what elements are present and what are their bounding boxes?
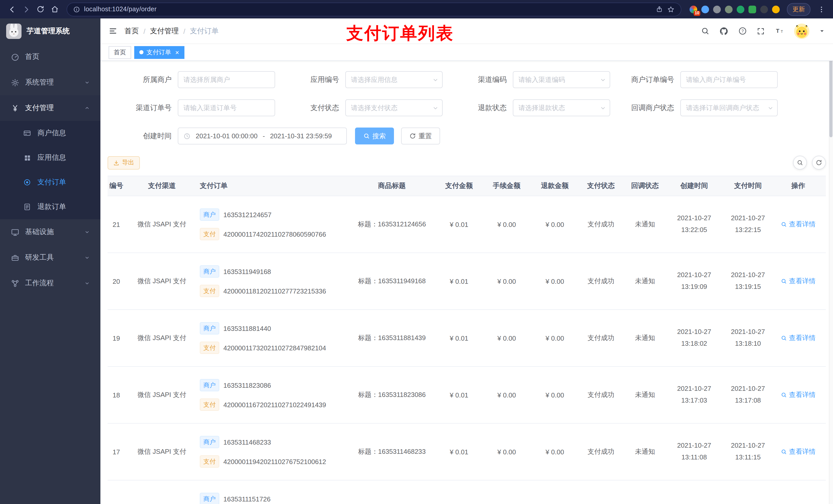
sidebar: 芋道管理系统 首页 系统管理 支付管理 [0,19,100,504]
merchant-order-line: 商户 1635311151726 [200,493,270,504]
cell-id: 17 [108,424,129,480]
browser-menu-icon[interactable] [814,3,828,16]
scrollbar[interactable] [829,19,833,504]
sidebar-item-label: 支付管理 [25,103,54,113]
tab-home[interactable]: 首页 [109,46,131,58]
merchant-input[interactable] [178,71,275,88]
reset-button-label: 重置 [419,131,432,141]
extension-icon-2[interactable] [701,5,709,13]
view-detail-link[interactable]: 查看详情 [781,333,815,343]
sidebar-item-dev-tools[interactable]: 研发工具 [0,245,100,270]
github-icon[interactable] [719,26,729,35]
bookmark-star-icon[interactable] [667,5,675,13]
cell-pay-order: 商户 1635311468233 支付 42000011942021102767… [195,424,348,480]
extension-icon-1[interactable]: 10 [690,5,697,13]
merchant-order-line: 商户 1635312124657 [200,209,271,221]
view-detail-link[interactable]: 查看详情 [781,277,815,286]
share-icon[interactable] [656,6,663,13]
toolbox-icon [10,253,20,262]
merchant-tag: 商户 [200,493,219,504]
merchant-order-no-input[interactable] [680,71,778,88]
view-detail-label: 查看详情 [789,333,815,343]
sidebar-item-label: 系统管理 [25,78,54,87]
pay-tag: 支付 [200,342,219,354]
forward-icon[interactable] [20,3,33,16]
extension-icon-3[interactable] [713,5,721,13]
sidebar-item-merchant-info[interactable]: 商户信息 [0,121,100,145]
cell-pay-channel: 微信 JSAPI 支付 [129,253,195,309]
merchant-order-line: 商户 1635311468233 [200,436,271,448]
breadcrumb-separator: / [184,27,186,35]
extension-icon-8[interactable] [772,5,780,13]
col-pay-channel: 支付渠道 [129,176,195,196]
home-icon[interactable] [48,3,62,16]
caret-down-icon[interactable] [819,28,825,34]
cell-pay-channel: 微信 JSAPI 支付 [129,310,195,366]
reload-icon[interactable] [34,3,47,16]
cell-title: 标题：1635311468233 [348,424,435,480]
address-bar[interactable]: localhost:1024/pay/order [67,2,681,16]
channel-order-no-input[interactable] [178,99,275,116]
view-detail-link[interactable]: 查看详情 [781,390,815,400]
pay-order-line: 支付 4200001167202110271022491439 [200,399,326,411]
cell-notify-status: 未通知 [623,367,667,423]
user-avatar[interactable] [794,23,809,39]
extension-icon-7[interactable] [760,5,768,13]
sidebar-item-label: 工作流程 [25,279,54,288]
sidebar-item-home[interactable]: 首页 [0,44,100,70]
logo[interactable]: 芋道管理系统 [0,19,100,44]
site-info-icon[interactable] [73,6,80,13]
help-icon[interactable]: ? [738,27,747,35]
fullscreen-icon[interactable] [757,27,765,35]
refresh-table-button[interactable] [812,156,826,170]
search-icon[interactable] [701,27,710,35]
channel-pay-no: 4200001194202110276752100612 [223,458,326,465]
cell-pay-channel: 微信 JSAPI 支付 [129,367,195,423]
view-detail-label: 查看详情 [789,390,815,400]
sidebar-item-label: 商户信息 [38,128,66,138]
extension-icon-4[interactable] [725,5,733,13]
export-button[interactable]: 导出 [108,156,140,169]
filter-label: 退款状态 [443,103,513,113]
orders-table: 编号 支付渠道 支付订单 商品标题 支付金额 手续金额 退款金额 支付状态 回调… [108,176,826,504]
breadcrumb-home[interactable]: 首页 [124,26,139,35]
sidebar-item-system[interactable]: 系统管理 [0,70,100,95]
sidebar-item-payment[interactable]: 支付管理 [0,95,100,121]
reset-button[interactable]: 重置 [401,127,440,144]
extension-icon-6[interactable] [748,5,756,13]
pay-order-line: 支付 4200001181202110277723215336 [200,285,326,297]
pay-order-line: 支付 4200001173202110272847982104 [200,342,326,354]
credit-card-icon [23,128,32,138]
chevron-down-icon [84,255,90,261]
breadcrumb-payment[interactable]: 支付管理 [150,26,179,35]
app-no-select[interactable] [345,71,443,88]
date-range-picker[interactable]: 2021-10-01 00:00:00 - 2021-10-31 23:59:5… [178,127,347,144]
notify-status-select[interactable] [680,99,778,116]
view-detail-link[interactable]: 查看详情 [781,447,815,456]
refund-status-select[interactable] [513,99,610,116]
view-detail-link[interactable]: 查看详情 [781,220,815,229]
tab-close-icon[interactable]: × [175,49,179,55]
merchant-order-line: 商户 1635311881440 [200,322,271,334]
sidebar-item-workflow[interactable]: 工作流程 [0,270,100,296]
channel-code-select[interactable] [513,71,610,88]
sidebar-item-app-info[interactable]: 应用信息 [0,145,100,170]
sidebar-item-infrastructure[interactable]: 基础设施 [0,219,100,245]
sidebar-item-label: 研发工具 [25,253,54,262]
font-size-icon[interactable]: TT [775,27,784,35]
extension-icon-5[interactable] [737,5,744,13]
pay-status-select[interactable] [345,99,443,116]
sidebar-item-label: 支付订单 [38,178,66,187]
back-icon[interactable] [5,3,19,16]
search-button[interactable]: 搜索 [355,127,394,144]
cell-action: 查看详情 [775,424,822,480]
table-toolbar: 导出 [108,156,826,170]
toggle-search-button[interactable] [793,156,807,170]
workflow-icon [10,279,20,288]
sidebar-item-refund-order[interactable]: 退款订单 [0,195,100,219]
sidebar-toggle[interactable] [109,27,117,35]
browser-update-button[interactable]: 更新 [787,3,810,16]
sidebar-item-pay-order[interactable]: 支付订单 [0,170,100,195]
tab-pay-order[interactable]: 支付订单 × [134,46,184,58]
table-row: 21 微信 JSAPI 支付 商户 1635312124657 支付 42000… [108,196,826,253]
